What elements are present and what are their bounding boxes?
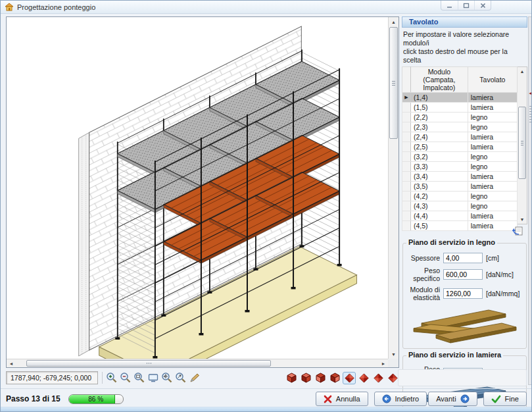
view-gem-1-button[interactable]	[343, 372, 356, 384]
modules-table[interactable]: Modulo (Campata, Impalcato) Tavolato ▶(1…	[402, 66, 518, 231]
table-row[interactable]: (3,3)legno	[402, 162, 518, 172]
avanti-button[interactable]: Avanti	[428, 392, 477, 406]
annulla-button[interactable]: Annulla	[316, 392, 368, 406]
cell-tavolato[interactable]: legno	[468, 201, 517, 211]
minimize-button[interactable]	[441, 1, 458, 10]
column-header-modulo[interactable]: Modulo (Campata, Impalcato)	[411, 67, 468, 93]
toolbar-separator	[102, 372, 103, 384]
zoom-in-icon[interactable]	[105, 371, 118, 384]
cell-modulo[interactable]: (1,5)	[411, 103, 468, 113]
spessore-input[interactable]	[443, 253, 483, 263]
table-row[interactable]: (2,3)legno	[402, 122, 518, 132]
3d-viewport[interactable]: ▲ ▼ ◄ ►	[6, 16, 399, 368]
table-row[interactable]: (2,5)lamiera	[402, 142, 518, 152]
table-row[interactable]: (3,4)lamiera	[402, 172, 518, 182]
maximize-button[interactable]	[458, 1, 474, 10]
scroll-left-arrow[interactable]: ◄	[7, 359, 16, 367]
view-gem-4-button[interactable]	[386, 372, 399, 384]
horizontal-scroll-thumb[interactable]	[26, 360, 271, 367]
scaffolding-3d-view[interactable]	[7, 17, 388, 359]
cell-tavolato[interactable]: lamiera	[468, 93, 517, 103]
cell-tavolato[interactable]: lamiera	[468, 182, 517, 192]
cell-tavolato[interactable]: legno	[468, 162, 517, 172]
finish-check-icon	[491, 395, 501, 403]
cell-tavolato[interactable]: lamiera	[468, 211, 517, 221]
panel-collapse-splitter[interactable]: ◄	[528, 16, 532, 385]
table-row[interactable]: (4,2)legno	[402, 192, 518, 201]
table-row[interactable]: (4,3)legno	[402, 201, 518, 211]
table-scrollbar[interactable]: ▲ ▼	[518, 66, 527, 224]
zoom-pan-icon[interactable]	[160, 371, 174, 384]
scroll-down-arrow[interactable]: ▼	[389, 349, 399, 359]
wizard-bar: Passo 13 di 15 86 % Annulla Indietro Ava…	[6, 390, 527, 407]
cell-tavolato[interactable]: lamiera	[468, 142, 517, 152]
table-row[interactable]: (2,2)legno	[402, 113, 518, 122]
row-selection-marker	[402, 132, 411, 142]
cell-modulo[interactable]: (3,2)	[411, 152, 468, 162]
cell-modulo[interactable]: (4,3)	[411, 201, 468, 211]
table-row[interactable]: (1,5)lamiera	[402, 103, 518, 113]
cell-modulo[interactable]: (4,2)	[411, 192, 468, 201]
cell-tavolato[interactable]: lamiera	[468, 103, 517, 113]
view-gem-2-button[interactable]	[357, 372, 370, 384]
row-selection-marker	[402, 103, 411, 113]
cell-modulo[interactable]: (3,4)	[411, 172, 468, 182]
column-header-tavolato[interactable]: Tavolato	[468, 67, 517, 93]
viewport-horizontal-scrollbar[interactable]: ◄ ►	[7, 359, 388, 367]
zoom-extents-icon[interactable]	[147, 371, 160, 384]
viewport-vertical-scrollbar[interactable]: ▲ ▼	[388, 17, 399, 359]
scroll-right-arrow[interactable]: ►	[379, 359, 388, 367]
table-row[interactable]: (2,4)lamiera	[402, 132, 518, 142]
window-title: Progettazione ponteggio	[17, 3, 95, 11]
view-gem-3-button[interactable]	[372, 372, 385, 384]
table-scroll-up-arrow[interactable]: ▲	[518, 67, 527, 76]
fine-button[interactable]: Fine	[483, 392, 527, 406]
table-row[interactable]: (3,5)lamiera	[402, 182, 518, 192]
table-scroll-down-arrow[interactable]: ▼	[518, 215, 527, 224]
cell-modulo[interactable]: (2,5)	[411, 142, 468, 152]
scrollbar-corner	[388, 359, 399, 367]
cell-modulo[interactable]: (2,3)	[411, 122, 468, 132]
peso-specifico-input[interactable]	[443, 269, 483, 280]
view-cube-4-button[interactable]	[328, 372, 341, 384]
cell-tavolato[interactable]: lamiera	[468, 132, 517, 142]
cell-tavolato[interactable]: lamiera	[468, 172, 517, 182]
table-row[interactable]: (4,4)lamiera	[402, 211, 518, 221]
close-button[interactable]	[474, 1, 491, 10]
vertical-scroll-thumb[interactable]	[389, 27, 398, 139]
zoom-toolbar	[105, 371, 201, 384]
cell-modulo[interactable]: (2,4)	[411, 132, 468, 142]
cell-modulo[interactable]: (4,5)	[411, 221, 468, 231]
view-cube-3-button[interactable]	[314, 372, 327, 384]
view-cube-1-button[interactable]	[285, 372, 298, 384]
zoom-out-icon[interactable]	[119, 371, 132, 384]
cell-tavolato[interactable]: legno	[468, 192, 517, 201]
apply-selection-icon[interactable]	[512, 226, 523, 236]
status-right-strip	[398, 369, 527, 386]
table-row[interactable]: ▶(1,4)lamiera	[402, 93, 518, 103]
scroll-up-arrow[interactable]: ▲	[389, 17, 399, 26]
spessore-label: Spessore	[406, 254, 440, 262]
cell-modulo[interactable]: (1,4)	[411, 93, 468, 103]
cell-tavolato[interactable]: legno	[468, 122, 517, 132]
cell-tavolato[interactable]: legno	[468, 152, 517, 162]
splitter-grip	[529, 106, 531, 123]
cell-modulo[interactable]: (3,5)	[411, 182, 468, 192]
zoom-dynamic-icon[interactable]	[174, 371, 187, 384]
cell-tavolato[interactable]: legno	[468, 113, 517, 122]
legno-group-title: Piano di servizio in legno	[406, 238, 497, 246]
cell-modulo[interactable]: (3,3)	[411, 162, 468, 172]
cell-modulo[interactable]: (2,2)	[411, 113, 468, 122]
table-scroll-thumb[interactable]	[518, 107, 526, 179]
instructions-line-2: click tasto destro del mouse per la scel…	[403, 47, 527, 64]
cell-modulo[interactable]: (4,4)	[411, 211, 468, 221]
zoom-window-icon[interactable]	[133, 371, 146, 384]
cell-tavolato[interactable]: lamiera	[468, 221, 517, 231]
indietro-button[interactable]: Indietro	[374, 392, 427, 406]
redraw-pencil-icon[interactable]	[188, 371, 201, 384]
peso-specifico-field-row: Peso specifico [daN/mc]	[406, 267, 523, 282]
view-cube-2-button[interactable]	[299, 372, 312, 384]
modulo-elasticita-input[interactable]	[443, 288, 483, 299]
table-row[interactable]: (3,2)legno	[402, 152, 518, 162]
table-row[interactable]: (4,5)lamiera	[402, 221, 518, 231]
